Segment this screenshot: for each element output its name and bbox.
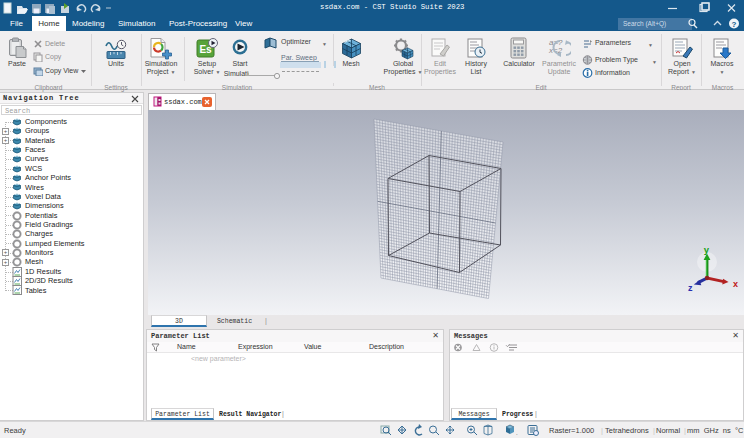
- svg-text:?: ?: [732, 20, 737, 29]
- svg-text:z: z: [688, 283, 693, 293]
- svg-text:x: x: [733, 279, 738, 289]
- svg-text:y: y: [704, 244, 710, 255]
- svg-text:.: .: [516, 430, 518, 436]
